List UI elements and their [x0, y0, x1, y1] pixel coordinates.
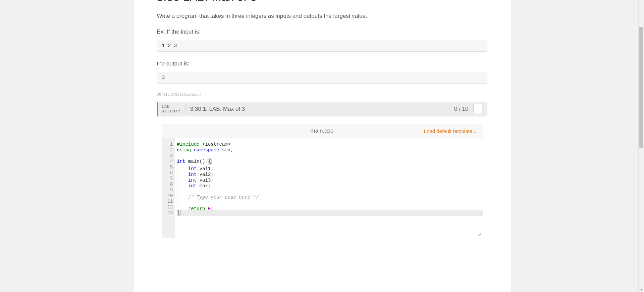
example-output-box: 3	[157, 72, 487, 84]
activity-tag-line1: LAB	[162, 104, 180, 109]
activity-right: 0 / 10	[454, 104, 483, 114]
scrollbar-down-arrow-icon[interactable]: ▼	[639, 287, 644, 292]
gutter-line-number: 11	[162, 199, 173, 204]
editor-body[interactable]: 12345678910111213 #include <iostream>usi…	[162, 138, 483, 238]
load-default-template-link[interactable]: Load default template...	[424, 128, 477, 134]
code-editor: main.cpp Load default template... 123456…	[162, 124, 483, 238]
gutter-line-number: 8	[162, 182, 173, 187]
example-intro: Ex: If the input is:	[157, 29, 487, 35]
code-line[interactable]: int val3;	[177, 176, 483, 182]
activity-tag: LAB ACTIVITY	[162, 104, 185, 114]
activity-tag-line2: ACTIVITY	[162, 109, 180, 114]
gutter-line-number: 3	[162, 153, 173, 159]
example-input-box: 1 2 3	[157, 40, 487, 52]
activity-left: LAB ACTIVITY 3.30.1: LAB: Max of 3	[162, 104, 245, 114]
page-scrollbar[interactable]: ▼	[638, 0, 644, 292]
editor-gutter: 12345678910111213	[162, 138, 175, 238]
gutter-line-number: 7	[162, 176, 173, 182]
gutter-line-number: 13	[162, 210, 173, 216]
editor-filename: main.cpp	[311, 128, 334, 134]
gutter-line-number: 6	[162, 170, 173, 176]
output-intro: the output is:	[157, 60, 487, 67]
code-line[interactable]: using namespace std;	[177, 147, 483, 153]
problem-statement: Write a program that takes in three inte…	[157, 12, 487, 20]
code-line[interactable]: return 0;	[177, 204, 483, 210]
scrollbar-thumb[interactable]	[639, 27, 643, 148]
code-line[interactable]: int main() {	[177, 159, 483, 164]
editor-code-area[interactable]: #include <iostream>using namespace std; …	[175, 138, 483, 238]
lab-activity-header: LAB ACTIVITY 3.30.1: LAB: Max of 3 0 / 1…	[157, 102, 487, 116]
content-area: 3.30 LAB: Max of 3 Write a program that …	[133, 0, 511, 238]
gutter-line-number: 12	[162, 204, 173, 210]
gutter-line-number: 1	[162, 142, 173, 147]
code-line[interactable]: int max;	[177, 182, 483, 187]
content-hash: 367110.2430168.qx3zqy7	[157, 92, 487, 96]
code-line[interactable]: int val1;	[177, 164, 483, 170]
code-line[interactable]: #include <iostream>	[177, 142, 483, 147]
code-line[interactable]: int val2;	[177, 170, 483, 176]
code-line[interactable]: /* Type your code here */	[177, 193, 483, 199]
gutter-line-number: 10	[162, 193, 173, 199]
activity-title: 3.30.1: LAB: Max of 3	[190, 106, 245, 112]
gutter-line-number: 5	[162, 164, 173, 170]
gutter-line-number: 9	[162, 187, 173, 193]
gutter-line-number: 2	[162, 147, 173, 153]
editor-header: main.cpp Load default template...	[162, 124, 483, 138]
code-line[interactable]: }	[177, 210, 483, 216]
code-line[interactable]	[177, 153, 483, 159]
page-card: 3.30 LAB: Max of 3 Write a program that …	[133, 0, 511, 292]
score-badge-icon	[473, 104, 483, 114]
code-line[interactable]	[177, 187, 483, 193]
activity-score: 0 / 10	[454, 106, 469, 112]
editor-resize-handle[interactable]	[477, 232, 481, 236]
page-title: 3.30 LAB: Max of 3	[157, 0, 487, 3]
gutter-line-number: 4	[162, 159, 173, 164]
